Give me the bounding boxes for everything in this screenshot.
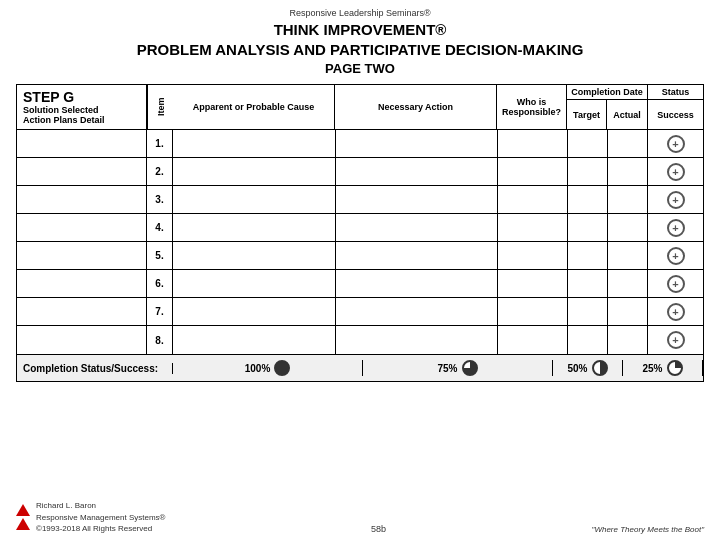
page-number: 58b (371, 524, 386, 534)
status-label: Status (648, 85, 703, 100)
brand-text: Responsive Leadership Seminars® (16, 8, 704, 18)
status-circle-7: + (667, 303, 685, 321)
footer-apparent: 100% (173, 360, 363, 376)
tagline: "Where Theory Meets the Boot" (592, 525, 704, 534)
col-who-header: Who is Responsible? (497, 85, 567, 129)
table-row: 4. + (17, 214, 703, 242)
main-title: THINK IMPROVEMENT® PROBLEM ANALYSIS AND … (16, 20, 704, 59)
necessary-pct: 75% (437, 363, 457, 374)
pie-25 (667, 360, 683, 376)
pie-100 (274, 360, 290, 376)
triangle-icon-2 (16, 518, 30, 530)
row-num-3: 3. (147, 186, 173, 213)
apparent-pct: 100% (245, 363, 271, 374)
col-success-header: Success (648, 110, 703, 120)
footer-completion: 25% (623, 360, 703, 376)
row-num-5: 5. (147, 242, 173, 269)
step-label: STEP G Solution Selected Action Plans De… (17, 85, 147, 129)
table-header: STEP G Solution Selected Action Plans De… (16, 84, 704, 129)
table-row: 8. + (17, 326, 703, 354)
status-circle-4: + (667, 219, 685, 237)
status-circle-5: + (667, 247, 685, 265)
status-circle-2: + (667, 163, 685, 181)
completion-sub-headers: Target Actual (567, 100, 647, 129)
footer-who: 50% (553, 360, 623, 376)
col-apparent-header: Apparent or Probable Cause (173, 85, 335, 129)
row-num-2: 2. (147, 158, 173, 185)
main-table: STEP G Solution Selected Action Plans De… (16, 84, 704, 494)
triangle-icon-1 (16, 504, 30, 516)
col-item-header: Item (147, 85, 173, 129)
col-target-header: Target (567, 100, 607, 129)
table-row: 2. + (17, 158, 703, 186)
row-num-8: 8. (147, 326, 173, 354)
bottom-section: Richard L. Baron Responsive Management S… (16, 500, 704, 534)
page: Responsive Leadership Seminars® THINK IM… (0, 0, 720, 540)
pie-75 (462, 360, 478, 376)
row-num-1: 1. (147, 130, 173, 157)
footer-label: Completion Status/Success: (17, 363, 173, 374)
sub-title: PAGE TWO (16, 61, 704, 76)
table-row: 3. + (17, 186, 703, 214)
status-circle-3: + (667, 191, 685, 209)
row-num-7: 7. (147, 298, 173, 325)
status-group-header: Status Success (648, 85, 703, 129)
pie-50 (592, 360, 608, 376)
row-num-6: 6. (147, 270, 173, 297)
status-circle-1: + (667, 135, 685, 153)
completion-date-label: Completion Date (567, 85, 647, 100)
table-row: 5. + (17, 242, 703, 270)
status-sub-header: Success (648, 100, 703, 129)
status-circle-8: + (667, 331, 685, 349)
triangles (16, 504, 30, 530)
status-circle-6: + (667, 275, 685, 293)
footer-row: Completion Status/Success: 100% 75% 50% … (16, 354, 704, 382)
completion-group-header: Completion Date Target Actual (567, 85, 648, 129)
table-row: 6. + (17, 270, 703, 298)
col-actual-header: Actual (607, 100, 647, 129)
completion-pct: 25% (642, 363, 662, 374)
who-pct: 50% (567, 363, 587, 374)
step-sub1: Solution Selected (23, 105, 140, 115)
table-row: 1. + (17, 130, 703, 158)
footer-necessary: 75% (363, 360, 553, 376)
step-sub2: Action Plans Detail (23, 115, 140, 125)
row-num-4: 4. (147, 214, 173, 241)
step-g-label: STEP G (23, 89, 140, 105)
col-necessary-header: Necessary Action (335, 85, 497, 129)
data-rows: 1. + 2. + 3. (16, 129, 704, 354)
bottom-left: Richard L. Baron Responsive Management S… (16, 500, 166, 534)
author-info: Richard L. Baron Responsive Management S… (36, 500, 166, 534)
table-row: 7. + (17, 298, 703, 326)
